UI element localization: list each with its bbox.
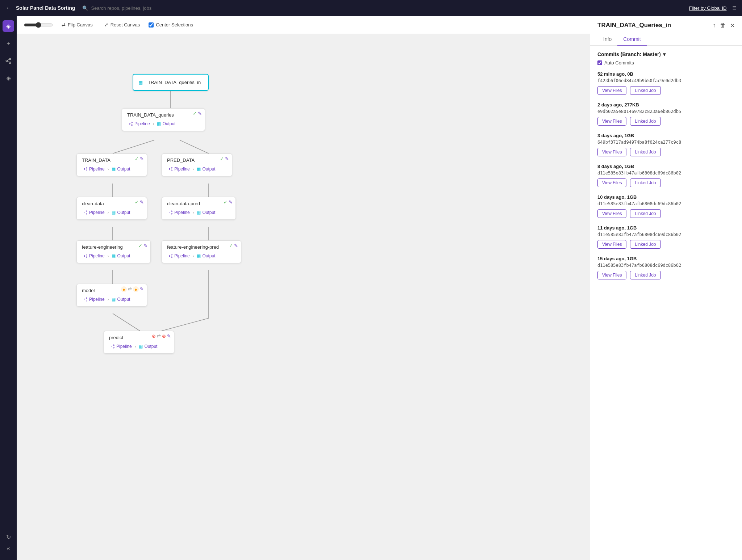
- model-output[interactable]: ▦ Output: [110, 296, 132, 303]
- commits-branch-label: Commits (Branch: Master) ▾: [597, 51, 666, 57]
- view-files-button[interactable]: View Files: [597, 86, 626, 95]
- train-data-output[interactable]: ▦ Output: [110, 166, 132, 172]
- linked-job-button[interactable]: Linked Job: [630, 240, 660, 249]
- feature-eng-output[interactable]: ▦ Output: [110, 253, 132, 259]
- pipeline-link[interactable]: Pipeline: [127, 121, 151, 127]
- upload-button[interactable]: ↑: [713, 22, 716, 29]
- svg-point-33: [86, 257, 87, 258]
- sidebar-icon-add-circle[interactable]: ⊕: [3, 72, 14, 84]
- commit-item: 11 days ago, 1GB d11e585e83fb47afb6808dc…: [597, 225, 735, 249]
- input-node-icon: ▦: [138, 80, 143, 85]
- pred-data-pipeline[interactable]: Pipeline: [167, 166, 191, 172]
- node-train-data-queries-title: TRAIN_DATA_queries: [127, 112, 200, 118]
- node-pred-data[interactable]: ✓ ✎ PRED_DATA Pipeline › ▦ Output: [162, 153, 232, 176]
- linked-job-button[interactable]: Linked Job: [630, 271, 660, 279]
- node-train-data-queries-in[interactable]: ▦ TRAIN_DATA_queries_in: [133, 74, 209, 91]
- center-selections-checkbox[interactable]: Center Selections: [149, 22, 193, 28]
- output-icon: ▦: [157, 121, 161, 126]
- node-feature-engineering-pred[interactable]: ✓ ✎ feature-engineering-pred Pipeline › …: [162, 240, 241, 263]
- node-train-data-icons: ✓ ✎: [135, 156, 144, 161]
- view-files-button[interactable]: View Files: [597, 209, 626, 218]
- canvas-toolbar: ⇄ Flip Canvas ⤢ Reset Canvas Center Sele…: [17, 16, 590, 34]
- flip-canvas-button[interactable]: ⇄ Flip Canvas: [59, 21, 96, 29]
- svg-line-6: [113, 140, 154, 153]
- hamburger-menu[interactable]: ≡: [732, 4, 736, 12]
- view-files-button[interactable]: View Files: [597, 148, 626, 156]
- chevron-down-icon[interactable]: ▾: [663, 51, 666, 57]
- sidebar-icon-refresh[interactable]: ↻: [3, 531, 14, 543]
- right-panel: TRAIN_DATA_Queries_in ↑ 🗑 ✕ Info Commit …: [590, 16, 742, 560]
- clean-data-pred-pipeline[interactable]: Pipeline: [167, 209, 191, 216]
- node-train-data-queries-actions: Pipeline › ▦ Output: [127, 121, 200, 127]
- node-predict[interactable]: ⊗ ⇄ ⊗ ✎ predict Pipeline › ▦ Output: [104, 331, 174, 354]
- svg-point-34: [171, 254, 172, 255]
- linked-job-button[interactable]: Linked Job: [630, 86, 660, 95]
- node-train-data-queries[interactable]: ✓ ✎ TRAIN_DATA_queries Pipeline › ▦ Outp…: [122, 108, 205, 131]
- node-feature-engineering[interactable]: ✓ ✎ feature-engineering Pipeline › ▦ Out…: [76, 240, 151, 263]
- svg-point-18: [132, 125, 133, 126]
- search-input[interactable]: [91, 5, 171, 11]
- sidebar-icon-add[interactable]: ＋: [3, 38, 14, 49]
- linked-job-button[interactable]: Linked Job: [630, 148, 660, 156]
- svg-point-40: [113, 345, 114, 346]
- predict-pipeline[interactable]: Pipeline: [109, 343, 133, 350]
- view-files-button[interactable]: View Files: [597, 178, 626, 187]
- view-files-button[interactable]: View Files: [597, 271, 626, 279]
- canvas-inner: ▦ TRAIN_DATA_queries_in ✓ ✎ TRAIN_DATA_q…: [28, 45, 579, 400]
- feature-eng-pred-pipeline[interactable]: Pipeline: [167, 253, 191, 259]
- commit-meta: 8 days ago, 1GB: [597, 164, 735, 169]
- node-model[interactable]: ● ⇄ ● ✎ model Pipeline › ▦ Output: [76, 284, 147, 307]
- model-pipeline[interactable]: Pipeline: [82, 296, 106, 303]
- reset-canvas-button[interactable]: ⤢ Reset Canvas: [101, 21, 143, 29]
- sidebar-icon-logo[interactable]: ◈: [3, 20, 14, 32]
- arrow-icon: ›: [153, 122, 154, 126]
- linked-job-button[interactable]: Linked Job: [630, 209, 660, 218]
- svg-point-20: [84, 169, 85, 170]
- search-icon: 🔍: [82, 5, 88, 11]
- svg-point-28: [171, 211, 172, 212]
- svg-point-41: [111, 346, 112, 347]
- close-button[interactable]: ✕: [730, 22, 735, 29]
- train-data-pipeline[interactable]: Pipeline: [82, 166, 106, 172]
- main-area: ⇄ Flip Canvas ⤢ Reset Canvas Center Sele…: [17, 16, 590, 560]
- output-link[interactable]: ▦ Output: [155, 121, 177, 127]
- commit-meta: 15 days ago, 1GB: [597, 256, 735, 261]
- search-bar[interactable]: 🔍: [82, 5, 171, 11]
- commit-item: 10 days ago, 1GB d11e585e83fb47afb6808dc…: [597, 194, 735, 218]
- panel-title: TRAIN_DATA_Queries_in: [597, 22, 671, 29]
- tab-info[interactable]: Info: [597, 33, 617, 46]
- navbar-right: Filter by Global ID ≡: [689, 4, 736, 12]
- sidebar-icon-share[interactable]: [3, 55, 14, 67]
- view-files-button[interactable]: View Files: [597, 117, 626, 126]
- node-clean-data[interactable]: ✓ ✎ clean-data Pipeline › ▦ Output: [76, 197, 147, 220]
- node-clean-data-pred[interactable]: ✓ ✎ clean-data-pred Pipeline › ▦ Output: [162, 197, 236, 220]
- canvas[interactable]: ▦ TRAIN_DATA_queries_in ✓ ✎ TRAIN_DATA_q…: [17, 34, 590, 560]
- auto-commits-checkbox[interactable]: [597, 60, 602, 65]
- feature-eng-pipeline[interactable]: Pipeline: [82, 253, 106, 259]
- clean-data-pipeline[interactable]: Pipeline: [82, 209, 106, 216]
- linked-job-button[interactable]: Linked Job: [630, 117, 660, 126]
- pred-data-output[interactable]: ▦ Output: [195, 166, 217, 172]
- view-files-button[interactable]: View Files: [597, 240, 626, 249]
- commit-hash: d11e585e83fb47afb6808dc69dc86b02: [597, 201, 735, 206]
- svg-point-0: [9, 58, 11, 60]
- sidebar-icon-collapse[interactable]: «: [3, 543, 14, 554]
- center-selections-input[interactable]: [149, 22, 154, 28]
- check-icon: ✓: [193, 111, 197, 116]
- feature-eng-pred-output[interactable]: ▦ Output: [195, 253, 217, 259]
- clean-data-pred-output[interactable]: ▦ Output: [195, 209, 217, 216]
- svg-point-1: [6, 60, 8, 62]
- node-train-data[interactable]: ✓ ✎ TRAIN_DATA Pipeline › ▦ Output: [76, 153, 147, 176]
- filter-global-id[interactable]: Filter by Global ID: [689, 5, 726, 11]
- linked-job-button[interactable]: Linked Job: [630, 178, 660, 187]
- tab-commit[interactable]: Commit: [617, 33, 646, 46]
- delete-button[interactable]: 🗑: [720, 22, 726, 29]
- zoom-control[interactable]: [24, 22, 53, 28]
- panel-content: Commits (Branch: Master) ▾ Auto Commits …: [590, 46, 742, 560]
- clean-data-output[interactable]: ▦ Output: [110, 209, 132, 216]
- panel-tabs: Info Commit: [590, 33, 742, 46]
- commit-meta: 52 mins ago, 0B: [597, 71, 735, 77]
- back-button[interactable]: ←: [6, 5, 12, 11]
- zoom-slider[interactable]: [24, 22, 53, 28]
- predict-output[interactable]: ▦ Output: [137, 343, 159, 350]
